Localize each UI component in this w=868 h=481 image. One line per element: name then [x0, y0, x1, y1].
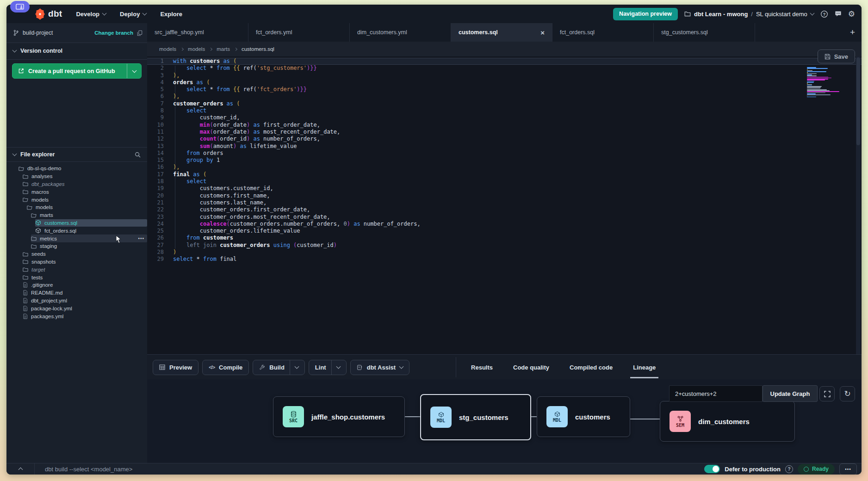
- defer-help-icon[interactable]: ?: [785, 465, 793, 473]
- code-line-13[interactable]: 13 sum(amount) as lifetime_value: [147, 143, 862, 150]
- tree-item-analyses[interactable]: analyses: [6, 173, 147, 180]
- tab-customers-sql[interactable]: customers.sql×: [451, 23, 552, 42]
- tree-item-dbt-project-yml[interactable]: dbt_project.yml: [6, 297, 147, 305]
- code-line-19[interactable]: 19 customers.customer_id,: [147, 185, 862, 192]
- dbt-assist-button[interactable]: dbt Assist: [350, 360, 409, 375]
- code-line-11[interactable]: 11 max(order_date) as most_recent_order_…: [147, 129, 862, 136]
- lineage-node-dim-customers[interactable]: SEMdim_customers: [660, 401, 795, 442]
- menu-develop[interactable]: Develop: [76, 11, 106, 18]
- tree-item-package-lock-yml[interactable]: package-lock.yml: [6, 304, 147, 312]
- create-pr-dropdown[interactable]: [127, 64, 141, 78]
- save-button[interactable]: Save: [818, 49, 855, 63]
- settings-gear-icon[interactable]: ⚙: [848, 10, 855, 18]
- code-line-17[interactable]: 17final as (: [147, 171, 862, 178]
- tab-dim-customers-yml[interactable]: dim_customers.yml: [350, 23, 451, 42]
- code-line-3[interactable]: 3),: [147, 72, 862, 79]
- code-line-18[interactable]: 18 select: [147, 178, 862, 185]
- tab-compiled-code[interactable]: Compiled code: [559, 355, 623, 380]
- code-line-20[interactable]: 20 customers.first_name,: [147, 192, 862, 199]
- search-icon[interactable]: [135, 152, 141, 158]
- code-line-8[interactable]: 8 select: [147, 107, 862, 114]
- tree-item-marts[interactable]: marts: [6, 211, 147, 219]
- tree-item-customers-sql[interactable]: customers.sql: [6, 219, 147, 227]
- defer-toggle[interactable]: [704, 465, 720, 473]
- code-line-2[interactable]: 2 select * from {{ ref('stg_customers')}…: [147, 65, 862, 72]
- tree-item-staging[interactable]: staging: [6, 242, 147, 250]
- tree-item--gitignore[interactable]: .gitignore: [6, 281, 147, 289]
- code-line-15[interactable]: 15 group by 1: [147, 157, 862, 164]
- lineage-search-input[interactable]: [669, 385, 763, 402]
- code-line-9[interactable]: 9 customer_id,: [147, 114, 862, 121]
- create-pr-main[interactable]: Create a pull request on GitHub: [12, 68, 127, 74]
- feedback-button[interactable]: [835, 11, 842, 17]
- version-control-header[interactable]: Version control: [6, 43, 147, 60]
- screen-share-badge[interactable]: [10, 1, 30, 12]
- breadcrumb-item[interactable]: marts: [217, 46, 230, 52]
- change-branch-link[interactable]: Change branch: [94, 30, 133, 36]
- tree-item-target[interactable]: target: [6, 265, 147, 273]
- code-line-29[interactable]: 29select * from final: [147, 256, 862, 263]
- status-badge[interactable]: Ready: [798, 464, 835, 475]
- tree-item-dbt-packages[interactable]: dbt_packages: [6, 180, 147, 188]
- fullscreen-button[interactable]: [819, 386, 835, 401]
- code-line-12[interactable]: 12 count(order_id) as number_of_orders,: [147, 136, 862, 142]
- compile-button[interactable]: </>Compile: [202, 360, 249, 375]
- editor-scrollbar[interactable]: [856, 56, 861, 354]
- tree-item-packages-yml[interactable]: packages.yml: [6, 312, 147, 320]
- tab-stg-customers-sql[interactable]: stg_customers.sql: [654, 23, 755, 42]
- tree-item-fct-orders-sql[interactable]: fct_orders.sql: [6, 227, 147, 234]
- breadcrumb-item[interactable]: models: [188, 46, 205, 52]
- minimap[interactable]: [805, 67, 842, 98]
- code-line-16[interactable]: 16),: [147, 164, 862, 171]
- item-menu-button[interactable]: •••: [138, 236, 144, 241]
- tree-item-metrics[interactable]: metrics•••: [6, 234, 147, 242]
- copy-icon[interactable]: [137, 30, 143, 36]
- code-line-4[interactable]: 4orders as (: [147, 79, 862, 86]
- code-line-26[interactable]: 26 from customers: [147, 234, 862, 241]
- project-breadcrumb[interactable]: dbt Learn - mwong / SL quickstart demo: [684, 11, 814, 18]
- menu-deploy[interactable]: Deploy: [120, 11, 146, 18]
- tree-item-models[interactable]: models: [6, 204, 147, 211]
- code-line-7[interactable]: 7customer_orders as (: [147, 100, 862, 107]
- create-pr-button[interactable]: Create a pull request on GitHub: [12, 63, 142, 79]
- tree-item-models[interactable]: models: [6, 196, 147, 204]
- build-button[interactable]: Build: [253, 360, 305, 375]
- tab-src-jaffle-shop-yml[interactable]: src_jaffle_shop.yml: [147, 23, 248, 42]
- dropdown-segment[interactable]: [331, 360, 340, 375]
- code-line-14[interactable]: 14 from orders: [147, 150, 862, 157]
- tree-item-seeds[interactable]: seeds: [6, 250, 147, 258]
- tab-fct-orders-yml[interactable]: fct_orders.yml: [248, 23, 350, 42]
- help-button[interactable]: ?: [820, 10, 828, 18]
- breadcrumb-item[interactable]: models: [159, 46, 176, 52]
- tab-results[interactable]: Results: [461, 355, 503, 380]
- navigation-preview-button[interactable]: Navigation preview: [613, 8, 678, 20]
- lineage-node-jaffle-shop-customers[interactable]: SRCjaffle_shop.customers: [273, 396, 405, 437]
- tab-code-quality[interactable]: Code quality: [503, 355, 559, 380]
- code-line-24[interactable]: 24 coalesce(customer_orders.number_of_or…: [147, 221, 862, 228]
- code-editor[interactable]: 1with customers as (2 select * from {{ r…: [147, 56, 862, 354]
- expand-command-bar-button[interactable]: [6, 463, 35, 475]
- tree-item-tests[interactable]: tests: [6, 273, 147, 281]
- code-line-10[interactable]: 10 min(order_date) as first_order_date,: [147, 122, 862, 129]
- scrollbar-thumb[interactable]: [856, 57, 860, 145]
- dbt-logo[interactable]: dbt: [34, 8, 62, 20]
- code-line-23[interactable]: 23 customer_orders.most_recent_order_dat…: [147, 214, 862, 221]
- code-line-6[interactable]: 6),: [147, 93, 862, 100]
- more-options-button[interactable]: •••: [839, 463, 857, 475]
- code-line-5[interactable]: 5 select * from {{ ref('fct_orders')}}: [147, 86, 862, 93]
- file-explorer-header[interactable]: File explorer: [6, 147, 147, 162]
- tab-fct-orders-sql[interactable]: fct_orders.sql: [552, 23, 654, 42]
- code-line-21[interactable]: 21 customers.last_name,: [147, 199, 862, 206]
- tree-item-db-sl-qs-demo[interactable]: db-sl-qs-demo: [6, 165, 147, 173]
- code-line-22[interactable]: 22 customer_orders.first_order_date,: [147, 206, 862, 213]
- menu-explore[interactable]: Explore: [160, 11, 182, 18]
- code-line-28[interactable]: 28): [147, 249, 862, 256]
- dropdown-segment[interactable]: [290, 360, 298, 375]
- lint-button[interactable]: Lint: [309, 360, 347, 375]
- tree-item-snapshots[interactable]: snapshots: [6, 258, 147, 266]
- tree-item-macros[interactable]: macros: [6, 188, 147, 196]
- code-line-25[interactable]: 25 customer_orders.lifetime_value: [147, 228, 862, 234]
- preview-button[interactable]: Preview: [153, 360, 198, 375]
- new-tab-button[interactable]: +: [850, 23, 855, 42]
- command-input[interactable]: [35, 466, 704, 473]
